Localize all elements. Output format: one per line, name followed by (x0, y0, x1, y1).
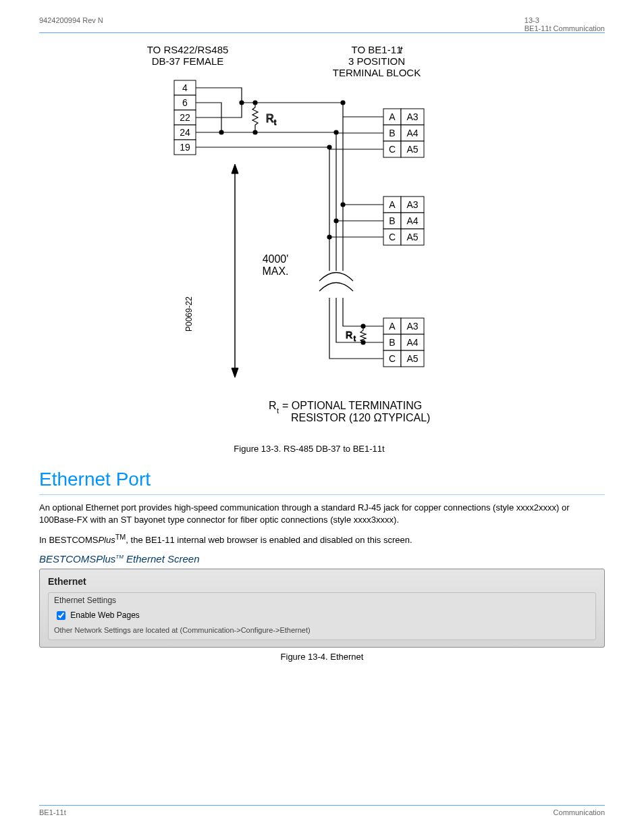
left-pin-2: 22 (180, 112, 190, 123)
diagram-partcode: P0069-22 (184, 296, 194, 332)
right-title-2: 3 POSITION (348, 55, 405, 67)
distance-arrow (232, 164, 238, 377)
svg-text:C: C (389, 232, 396, 242)
ethernet-port-heading: Ethernet Port (39, 469, 605, 490)
svg-text:A: A (389, 199, 396, 210)
header-page-number: 13-3 (525, 16, 539, 24)
svg-text:B: B (389, 128, 395, 138)
left-pin-4: 19 (180, 142, 190, 153)
wires: R t R (196, 88, 383, 359)
svg-text:A: A (389, 321, 396, 332)
ethernet-settings-fieldset: Ethernet Settings Enable Web Pages Other… (48, 592, 596, 640)
footnote-line1: = OPTIONAL TERMINATING (282, 400, 422, 411)
enable-web-pages-row: Enable Web Pages (54, 609, 590, 622)
header-page-title: 13-3 BE1-11t Communication (525, 16, 605, 32)
fieldset-legend: Ethernet Settings (54, 596, 590, 605)
svg-text:C: C (389, 144, 396, 155)
footnote-r: R (269, 400, 277, 411)
svg-point-46 (253, 101, 257, 105)
page-footer: BE1-11t Communication (39, 805, 605, 816)
diagram-svg: TO RS422/RS485 DB-37 FEMALE TO BE1-11 t … (134, 41, 485, 440)
svg-text:A3: A3 (406, 321, 418, 332)
svg-point-56 (361, 340, 365, 344)
footnote-line2: RESISTOR (120 ΩTYPICAL) (291, 412, 430, 423)
svg-text:t: t (274, 118, 276, 126)
ethernet-para-1: An optional Ethernet port provides high-… (39, 502, 605, 525)
svg-point-41 (240, 101, 244, 105)
header-section-title: BE1-11t Communication (525, 24, 605, 32)
distance-label-2: MAX. (262, 265, 288, 277)
terminal-group-1: A A3 B A4 C A5 (383, 109, 424, 157)
svg-text:A5: A5 (406, 353, 418, 364)
svg-text:A: A (389, 111, 396, 122)
footer-left: BE1-11t (39, 808, 66, 816)
svg-point-55 (361, 324, 365, 328)
left-block-title-2: DB-37 FEMALE (152, 55, 224, 67)
page-header: 9424200994 Rev N 13-3 BE1-11t Communicat… (39, 16, 605, 20)
svg-point-43 (219, 130, 223, 134)
left-pin-0: 4 (182, 82, 188, 93)
svg-text:R: R (346, 330, 352, 340)
panel-title: Ethernet (48, 576, 596, 587)
header-rule (39, 32, 605, 33)
svg-text:A3: A3 (406, 111, 418, 122)
ethernet-para-2: In BESTCOMSPlusTM, the BE1-11 internal w… (39, 532, 605, 546)
right-title-1: TO BE1-11 (352, 44, 402, 55)
svg-point-42 (341, 101, 345, 105)
svg-marker-58 (232, 164, 238, 174)
left-block-title-1: TO RS422/RS485 (147, 44, 229, 55)
svg-text:A4: A4 (406, 215, 418, 226)
settings-hint: Other Network Settings are located at (C… (54, 626, 590, 634)
svg-text:R: R (266, 113, 274, 124)
svg-text:A3: A3 (406, 199, 418, 210)
svg-point-45 (327, 145, 331, 149)
footnote-r-sub: t (277, 407, 279, 415)
terminal-group-2: A A3 B A4 C A5 (383, 197, 424, 245)
section-rule (39, 494, 605, 495)
header-doc-ref: 9424200994 Rev N (39, 16, 103, 24)
svg-marker-59 (232, 368, 238, 377)
svg-text:B: B (389, 337, 395, 348)
right-title-3: TERMINAL BLOCK (333, 67, 421, 78)
figure-13-3-caption: Figure 13-3. RS-485 DB-37 to BE1-11t (120, 444, 498, 454)
svg-text:A5: A5 (406, 144, 418, 155)
left-pin-3: 24 (180, 127, 190, 138)
svg-text:t: t (354, 335, 356, 342)
terminal-group-3: A A3 B A4 C A5 (383, 318, 424, 367)
svg-text:C: C (389, 353, 396, 364)
enable-web-pages-checkbox[interactable] (57, 611, 65, 620)
figure-13-4-caption: Figure 13-4. Ethernet (39, 652, 605, 662)
distance-label-1: 4000' (263, 253, 289, 265)
svg-text:A4: A4 (406, 128, 418, 138)
svg-point-47 (253, 130, 257, 134)
footer-rule (39, 805, 605, 806)
page: 9424200994 Rev N 13-3 BE1-11t Communicat… (0, 0, 644, 834)
right-title-t: t (400, 44, 403, 55)
svg-text:A4: A4 (406, 337, 418, 348)
enable-web-pages-label[interactable]: Enable Web Pages (70, 610, 140, 620)
svg-text:B: B (389, 215, 395, 226)
bestcomsplus-subheading: BESTCOMSPlusTM Ethernet Screen (39, 553, 605, 565)
wiring-diagram: TO RS422/RS485 DB-37 FEMALE TO BE1-11 t … (120, 41, 498, 454)
ethernet-settings-panel: Ethernet Ethernet Settings Enable Web Pa… (39, 569, 605, 648)
left-pin-1: 6 (182, 97, 188, 108)
svg-text:A5: A5 (406, 232, 418, 242)
footer-right: Communication (554, 808, 605, 816)
